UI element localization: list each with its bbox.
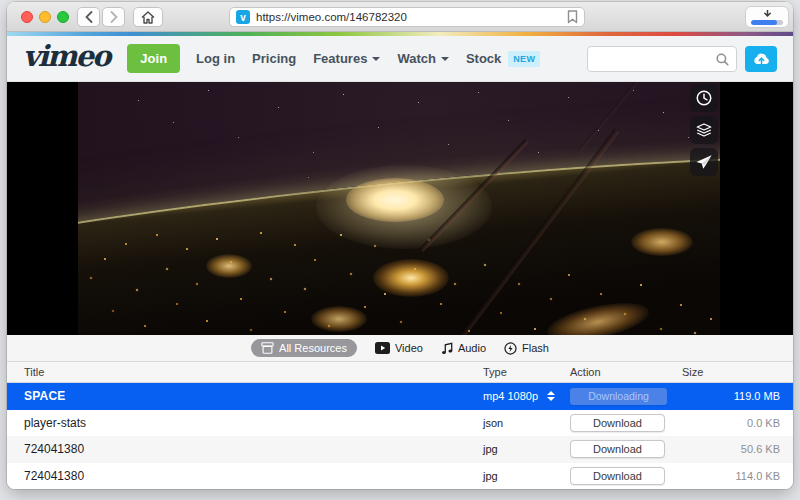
filter-video[interactable]: Video	[375, 342, 423, 354]
paper-plane-icon	[695, 153, 713, 171]
city-lights-decor	[78, 82, 80, 84]
type-value: mp4 1080p	[483, 390, 538, 402]
zoom-window-button[interactable]	[57, 11, 69, 23]
back-button[interactable]	[77, 7, 100, 27]
filter-audio[interactable]: Audio	[441, 342, 486, 355]
nav-link-watch[interactable]: Watch	[397, 51, 449, 66]
back-chevron-icon	[85, 11, 93, 23]
upload-button[interactable]	[745, 46, 777, 72]
row-type: json	[483, 417, 570, 429]
home-button[interactable]	[133, 7, 163, 27]
new-badge: NEW	[508, 51, 540, 67]
table-row[interactable]: player-stats json Download 0.0 KB	[7, 410, 793, 437]
city-cluster	[373, 259, 449, 297]
filter-flash-label: Flash	[522, 342, 549, 354]
forward-chevron-icon	[110, 11, 118, 23]
filter-video-label: Video	[395, 342, 423, 354]
search-icon	[716, 53, 729, 66]
column-action[interactable]: Action	[570, 366, 675, 378]
download-button[interactable]: Download	[570, 467, 665, 485]
sea-glint	[346, 178, 444, 222]
video-player[interactable]	[7, 82, 793, 335]
chevron-down-icon	[372, 57, 380, 61]
search-input[interactable]	[588, 47, 736, 71]
filter-flash[interactable]: Flash	[504, 342, 549, 355]
browser-window: v https://vimeo.com/146782320 vimeo Join…	[7, 2, 793, 489]
row-size: 0.0 KB	[675, 417, 793, 429]
table-header: Title Type Action Size	[7, 361, 793, 383]
nav-link-features-label: Features	[313, 51, 367, 66]
join-button[interactable]: Join	[127, 44, 180, 73]
archive-box-icon	[261, 342, 274, 354]
row-type: mp4 1080p	[483, 390, 570, 402]
flash-bolt-circle-icon	[504, 342, 517, 355]
row-size: 119.0 MB	[675, 390, 793, 402]
row-title: 724041380	[18, 442, 483, 456]
url-bar[interactable]: v https://vimeo.com/146782320	[229, 7, 585, 27]
downloading-button: Downloading	[570, 388, 667, 405]
chevron-down-icon	[441, 57, 449, 61]
vimeo-navbar: vimeo Join Log in Pricing Features Watch…	[7, 36, 793, 82]
filter-all-resources[interactable]: All Resources	[251, 339, 357, 357]
nav-link-stock[interactable]: Stock NEW	[466, 51, 540, 67]
url-text: https://vimeo.com/146782320	[256, 11, 561, 23]
row-title: player-stats	[18, 416, 483, 430]
home-icon	[141, 11, 155, 24]
column-title[interactable]: Title	[18, 366, 483, 378]
nav-link-login[interactable]: Log in	[196, 51, 235, 66]
nav-link-stock-label: Stock	[466, 51, 501, 66]
row-action: Downloading	[570, 388, 675, 405]
minimize-window-button[interactable]	[39, 11, 51, 23]
download-progress-button[interactable]	[745, 6, 789, 28]
row-title: 724041380	[18, 469, 483, 483]
city-cluster	[311, 306, 367, 332]
column-size[interactable]: Size	[675, 366, 793, 378]
video-play-icon	[375, 342, 390, 354]
earth-video-frame[interactable]	[78, 82, 720, 335]
city-cluster	[631, 228, 693, 256]
table-row[interactable]: SPACE mp4 1080p Downloading 119.0 MB	[7, 383, 793, 410]
column-type[interactable]: Type	[483, 366, 570, 378]
filter-all-resources-label: All Resources	[279, 342, 347, 354]
resource-filter-bar: All Resources Video Audio Flash	[7, 335, 793, 361]
row-action: Download	[570, 440, 675, 458]
row-action: Download	[570, 414, 675, 432]
city-cluster	[206, 254, 252, 278]
download-progress-bar	[751, 20, 783, 25]
watch-later-button[interactable]	[690, 84, 718, 112]
clock-icon	[695, 89, 713, 107]
table-row[interactable]: 724041380 jpg Download 50.6 KB	[7, 436, 793, 463]
browser-titlebar: v https://vimeo.com/146782320	[7, 2, 793, 32]
nav-link-watch-label: Watch	[397, 51, 436, 66]
row-title: SPACE	[18, 389, 483, 403]
download-button[interactable]: Download	[570, 440, 665, 458]
bookmark-icon[interactable]	[567, 10, 578, 24]
close-window-button[interactable]	[21, 11, 33, 23]
table-row[interactable]: 724041380 jpg Download 114.0 KB	[7, 463, 793, 490]
download-button[interactable]: Download	[570, 414, 665, 432]
music-note-icon	[441, 342, 453, 355]
upload-cloud-icon	[753, 52, 770, 66]
player-overlay-buttons	[690, 84, 718, 176]
download-arrow-icon	[763, 10, 772, 18]
download-progress-fill	[751, 20, 777, 25]
nav-link-features[interactable]: Features	[313, 51, 380, 66]
nav-link-pricing[interactable]: Pricing	[252, 51, 296, 66]
collections-button[interactable]	[690, 116, 718, 144]
forward-button[interactable]	[102, 7, 125, 27]
row-type: jpg	[483, 470, 570, 482]
filter-audio-label: Audio	[458, 342, 486, 354]
row-size: 114.0 KB	[675, 470, 793, 482]
search-box	[587, 46, 737, 72]
share-button[interactable]	[690, 148, 718, 176]
row-size: 50.6 KB	[675, 443, 793, 455]
row-type: jpg	[483, 443, 570, 455]
vimeo-favicon-icon: v	[236, 10, 250, 24]
layers-icon	[695, 121, 713, 139]
type-stepper-icon[interactable]	[547, 391, 555, 401]
vimeo-logo[interactable]: vimeo	[23, 42, 109, 75]
row-action: Download	[570, 467, 675, 485]
